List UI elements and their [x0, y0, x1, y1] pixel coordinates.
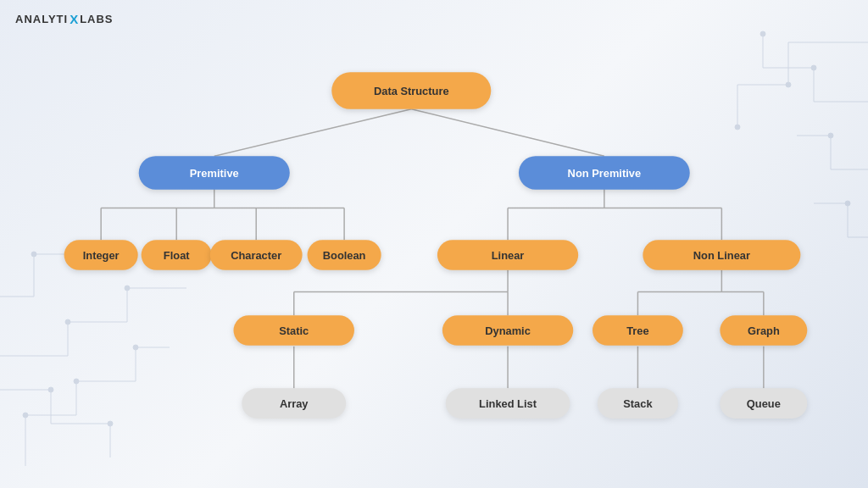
svg-point-25	[23, 413, 28, 418]
svg-point-19	[125, 286, 130, 291]
node-boolean	[308, 240, 381, 270]
node-character-label: Character	[231, 249, 281, 262]
node-dynamic-label: Dynamic	[485, 324, 531, 337]
logo: ANALYTIXLABS	[15, 12, 114, 26]
line-root-primitive	[214, 109, 412, 156]
node-tree	[593, 315, 683, 346]
node-graph	[720, 315, 807, 346]
node-nonlinear	[643, 240, 800, 270]
node-static	[233, 315, 353, 346]
node-linkedlist	[446, 388, 570, 419]
node-array	[242, 388, 346, 419]
node-integer-label: Integer	[83, 249, 120, 262]
node-array-label: Array	[280, 397, 309, 410]
svg-point-41	[735, 125, 740, 130]
svg-point-22	[31, 252, 36, 257]
logo-prefix: ANALYTI	[15, 13, 68, 25]
node-boolean-label: Boolean	[323, 249, 366, 262]
node-primitive	[139, 156, 290, 190]
svg-point-45	[845, 201, 850, 206]
node-linear-label: Linear	[492, 249, 525, 262]
svg-point-43	[760, 31, 765, 36]
node-root	[331, 72, 491, 109]
node-linear	[437, 240, 578, 270]
node-nonlinear-label: Non Linear	[693, 249, 750, 262]
svg-point-42	[811, 65, 816, 70]
node-linkedlist-label: Linked List	[479, 397, 537, 410]
node-stack	[598, 388, 678, 419]
node-nonprimitive	[519, 156, 690, 190]
svg-point-44	[828, 133, 833, 138]
logo-x: X	[70, 12, 78, 26]
node-float-label: Float	[164, 249, 190, 262]
node-integer	[64, 240, 138, 270]
node-nonprimitive-label: Non Premitive	[568, 167, 641, 180]
node-queue	[720, 388, 807, 419]
circuit-background	[0, 0, 868, 488]
node-dynamic	[442, 315, 573, 346]
node-primitive-label: Premitive	[190, 167, 239, 180]
svg-point-23	[74, 379, 79, 384]
svg-point-40	[786, 82, 791, 87]
diagram-svg: Data Structure Premitive Non Premitive I…	[34, 34, 831, 474]
line-root-nonprimitive	[411, 109, 604, 156]
svg-point-20	[48, 387, 53, 392]
svg-point-24	[133, 345, 138, 350]
node-static-label: Static	[279, 324, 309, 337]
node-stack-label: Stack	[623, 397, 653, 410]
logo-suffix: LABS	[80, 13, 113, 25]
node-root-label: Data Structure	[374, 85, 449, 97]
svg-point-18	[65, 319, 70, 324]
node-tree-label: Tree	[626, 324, 648, 337]
svg-point-21	[108, 421, 113, 426]
node-graph-label: Graph	[748, 324, 780, 337]
node-character	[210, 240, 303, 270]
node-float	[142, 240, 212, 270]
node-queue-label: Queue	[747, 397, 781, 410]
